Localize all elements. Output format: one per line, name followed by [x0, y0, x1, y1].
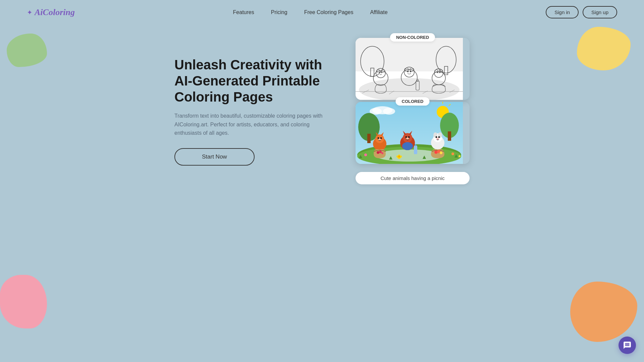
svg-point-48	[459, 155, 461, 157]
svg-point-17	[407, 71, 409, 72]
signin-button[interactable]: Sign in	[546, 6, 579, 18]
start-now-button[interactable]: Start Now	[174, 148, 255, 166]
svg-point-63	[406, 137, 409, 139]
nav-free-coloring-pages[interactable]: Free Coloring Pages	[304, 9, 354, 15]
svg-rect-64	[414, 145, 417, 154]
decorative-blob-pink	[0, 275, 47, 328]
colored-label: COLORED	[396, 97, 430, 106]
colored-image-card	[356, 102, 470, 164]
svg-point-70	[436, 136, 437, 138]
svg-point-78	[381, 152, 383, 154]
svg-point-12	[381, 72, 382, 73]
noncolored-image-card	[356, 38, 470, 100]
svg-point-18	[410, 71, 412, 72]
decorative-blob-orange	[570, 282, 637, 342]
svg-point-75	[440, 152, 442, 154]
svg-point-46	[364, 154, 367, 156]
svg-point-77	[379, 150, 382, 153]
nav-affiliate[interactable]: Affiliate	[370, 9, 387, 15]
navbar: ✦ AiColoring Features Pricing Free Color…	[0, 0, 644, 24]
logo-star-icon: ✦	[27, 8, 33, 16]
nav-features[interactable]: Features	[233, 9, 254, 15]
svg-point-60	[402, 142, 413, 150]
signup-button[interactable]: Sign up	[583, 6, 617, 18]
colored-illustration	[356, 102, 463, 164]
hero-right: NON-COLORED	[356, 38, 470, 184]
svg-point-71	[438, 136, 440, 138]
logo-text: AiColoring	[35, 7, 75, 17]
hero-description: Transform text into beautiful, customiza…	[174, 112, 329, 137]
svg-point-11	[379, 72, 380, 73]
noncolored-card-wrapper: NON-COLORED	[356, 38, 470, 97]
hero-section: Unleash Creativity with AI-Generated Pri…	[0, 24, 644, 204]
svg-point-76	[377, 151, 379, 154]
hero-left: Unleash Creativity with AI-Generated Pri…	[174, 57, 329, 166]
svg-rect-42	[448, 131, 451, 141]
svg-point-25	[437, 72, 438, 73]
hero-title: Unleash Creativity with AI-Generated Pri…	[174, 57, 329, 105]
svg-point-38	[383, 108, 395, 115]
image-caption: Cute animals having a picnic	[356, 172, 470, 184]
nav-pricing[interactable]: Pricing	[271, 9, 287, 15]
chat-support-button[interactable]	[619, 337, 636, 354]
noncolored-illustration	[356, 38, 463, 100]
svg-point-26	[439, 72, 440, 73]
colored-card-wrapper: COLORED	[356, 102, 470, 164]
svg-point-83	[398, 156, 400, 158]
noncolored-label: NON-COLORED	[390, 33, 435, 42]
svg-rect-40	[367, 134, 371, 143]
nav-links: Features Pricing Free Coloring Pages Aff…	[233, 9, 388, 15]
logo-link[interactable]: ✦ AiColoring	[27, 7, 75, 17]
chat-icon	[623, 341, 632, 350]
svg-point-47	[451, 153, 454, 155]
nav-actions: Sign in Sign up	[546, 6, 617, 18]
svg-rect-65	[415, 144, 416, 146]
